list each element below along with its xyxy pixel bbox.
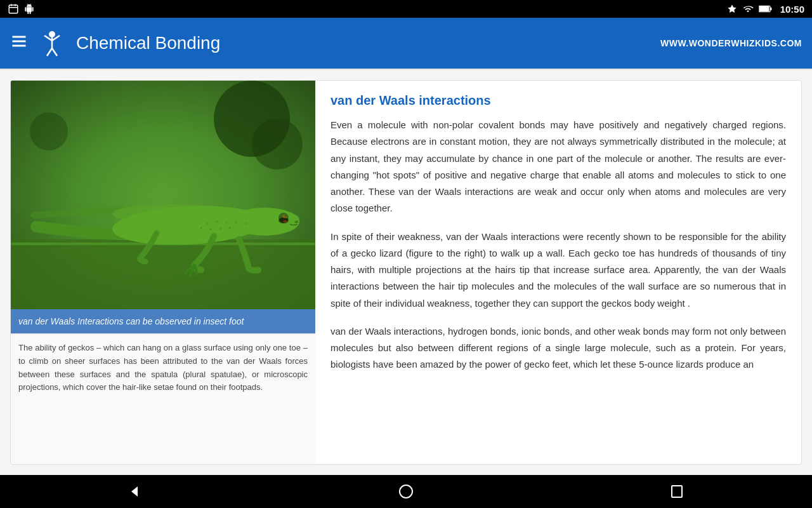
navigation-bar: [0, 475, 812, 508]
svg-point-41: [283, 220, 287, 223]
svg-point-35: [210, 229, 212, 231]
svg-point-11: [49, 31, 55, 37]
section-title: van der Waals interactions: [331, 93, 786, 108]
time-display: 10:50: [780, 4, 804, 15]
paragraph-2: In spite of their weakness, van der Waal…: [331, 229, 786, 312]
right-panel[interactable]: van der Waals interactions Even a molecu…: [315, 81, 801, 464]
svg-marker-42: [131, 486, 138, 497]
paragraph-3: van der Waals interactions, hydrogen bon…: [331, 323, 786, 373]
battery-icon: [759, 5, 773, 13]
back-button[interactable]: [122, 479, 148, 504]
left-panel: van der Waals Interactions can be observ…: [11, 81, 315, 464]
paragraph-1: Even a molecule with non-polar covalent …: [331, 117, 786, 217]
app-bar: Chemical Bonding WWW.WONDERWHIZKIDS.COM: [0, 18, 812, 69]
svg-rect-7: [770, 8, 771, 11]
image-description: The ability of geckos – which can hang o…: [11, 333, 315, 464]
website-url: WWW.WONDERWHIZKIDS.COM: [660, 38, 802, 48]
status-left-icons: [8, 3, 34, 15]
svg-point-37: [229, 227, 231, 229]
wifi-icon: [742, 4, 754, 14]
svg-line-16: [52, 48, 57, 56]
svg-rect-6: [759, 6, 769, 11]
content-card: van der Waals Interactions can be observ…: [10, 80, 802, 465]
recent-apps-button[interactable]: [664, 479, 690, 504]
app-title: Chemical Bonding: [76, 33, 220, 53]
android-icon: [24, 3, 34, 15]
hamburger-menu-button[interactable]: [10, 32, 28, 54]
calendar-icon: [8, 3, 19, 15]
svg-point-39: [230, 210, 299, 227]
home-button[interactable]: [393, 479, 419, 504]
svg-line-15: [47, 48, 52, 56]
svg-point-19: [252, 119, 303, 170]
app-bar-left: Chemical Bonding: [10, 29, 220, 57]
status-right-icons: 10:50: [727, 4, 804, 15]
svg-point-36: [219, 228, 221, 230]
home-circle-icon: [399, 485, 413, 498]
svg-rect-21: [11, 239, 315, 309]
status-bar: 10:50: [0, 0, 812, 18]
image-caption-text: van der Waals Interactions can be observ…: [18, 316, 244, 326]
app-logo: [38, 29, 66, 57]
recent-square-icon: [671, 485, 683, 498]
svg-point-20: [30, 112, 68, 150]
star-icon: [727, 4, 737, 14]
svg-rect-0: [9, 5, 18, 13]
image-description-text: The ability of geckos – which can hang o…: [18, 342, 308, 394]
image-caption-bar: van der Waals Interactions can be observ…: [11, 309, 315, 333]
svg-marker-4: [728, 4, 736, 13]
content-area: van der Waals Interactions can be observ…: [0, 70, 812, 475]
gecko-image: [11, 81, 315, 309]
